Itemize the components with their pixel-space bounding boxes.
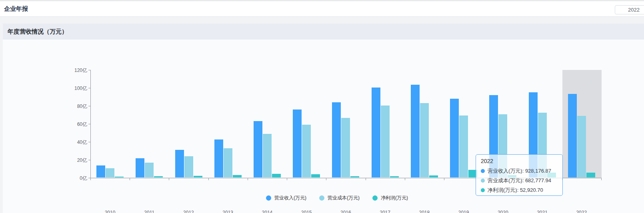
x-axis-label: 2017 xyxy=(366,210,405,213)
bar-净利润(万元)-2016[interactable] xyxy=(350,176,359,177)
bar-营业收入(万元)-2022[interactable] xyxy=(568,94,577,177)
bar-营业收入(万元)-2015[interactable] xyxy=(293,109,302,177)
x-axis-tick xyxy=(366,178,366,180)
bar-营业成本(万元)-2013[interactable] xyxy=(224,148,232,177)
x-axis-tick xyxy=(130,178,130,180)
bar-营业收入(万元)-2010[interactable] xyxy=(96,165,105,177)
bar-营业收入(万元)-2018[interactable] xyxy=(411,85,420,177)
bar-净利润(万元)-2013[interactable] xyxy=(233,175,242,177)
bar-group-2011 xyxy=(130,70,169,177)
bar-group-2018 xyxy=(405,70,444,177)
x-axis-tick xyxy=(90,178,91,180)
legend-item-净利润(万元)[interactable]: 净利润(万元) xyxy=(372,195,408,201)
x-axis-tick xyxy=(208,178,209,180)
year-picker-input[interactable] xyxy=(615,5,644,14)
bar-营业收入(万元)-2013[interactable] xyxy=(214,139,223,177)
tooltip-row-text: 营业成本(万元): 682,777.94 xyxy=(488,176,551,185)
x-axis-tick xyxy=(601,178,602,180)
tooltip-title: 2022 xyxy=(481,158,558,164)
bar-净利润(万元)-2022[interactable] xyxy=(586,173,595,177)
page-title: 企业年报 xyxy=(4,1,28,16)
x-axis-label: 2018 xyxy=(405,210,444,213)
x-axis-label: 2019 xyxy=(444,210,483,213)
x-axis-label: 2012 xyxy=(169,210,208,213)
tooltip-row-text: 营业收入(万元): 928,176.87 xyxy=(488,166,551,176)
chart-area: 0亿20亿40亿60亿80亿100亿120亿201020112012201320… xyxy=(3,40,644,213)
legend-label: 营业成本(万元) xyxy=(328,195,360,201)
y-axis-label: 20亿 xyxy=(63,157,87,164)
y-axis-label: 40亿 xyxy=(63,139,87,146)
x-axis-label: 2022 xyxy=(562,210,601,213)
x-axis-label: 2015 xyxy=(287,210,326,213)
bar-营业收入(万元)-2014[interactable] xyxy=(254,121,262,177)
x-axis-tick xyxy=(248,178,248,180)
legend-label: 净利润(万元) xyxy=(381,195,408,201)
bar-营业收入(万元)-2011[interactable] xyxy=(136,158,144,177)
tooltip-series-dot xyxy=(481,169,485,173)
bar-营业成本(万元)-2010[interactable] xyxy=(106,168,114,177)
revenue-panel: 年度营收情况（万元） 0亿20亿40亿60亿80亿100亿120亿2010201… xyxy=(3,24,644,213)
bar-营业成本(万元)-2012[interactable] xyxy=(184,156,193,177)
bar-营业成本(万元)-2019[interactable] xyxy=(459,115,468,177)
bar-营业成本(万元)-2018[interactable] xyxy=(420,103,429,177)
bar-营业成本(万元)-2022[interactable] xyxy=(577,116,586,177)
bar-净利润(万元)-2011[interactable] xyxy=(154,176,163,177)
bar-净利润(万元)-2012[interactable] xyxy=(194,176,202,177)
x-axis-label: 2014 xyxy=(248,210,287,213)
tooltip-row: 净利润(万元): 52,920.70 xyxy=(481,185,558,195)
app-header: 企业年报 xyxy=(0,1,644,17)
x-axis-tick xyxy=(287,178,287,180)
tooltip-row: 营业收入(万元): 928,176.87 xyxy=(481,166,558,176)
bar-group-2012 xyxy=(169,70,208,177)
bar-净利润(万元)-2015[interactable] xyxy=(311,174,320,177)
x-axis-tick xyxy=(444,178,444,180)
legend-dot xyxy=(266,195,271,201)
bar-净利润(万元)-2014[interactable] xyxy=(272,174,281,177)
bar-营业收入(万元)-2016[interactable] xyxy=(332,102,341,177)
y-axis-label: 60亿 xyxy=(63,121,87,128)
x-axis-tick xyxy=(326,178,326,180)
bar-group-2013 xyxy=(208,70,248,177)
bar-营业收入(万元)-2019[interactable] xyxy=(450,99,459,177)
x-axis-label: 2021 xyxy=(523,210,562,213)
tooltip-series-dot xyxy=(481,188,485,192)
bar-group-2010 xyxy=(90,70,130,177)
bar-营业收入(万元)-2012[interactable] xyxy=(175,150,184,177)
bar-营业收入(万元)-2017[interactable] xyxy=(372,88,380,177)
tooltip-row: 营业成本(万元): 682,777.94 xyxy=(481,176,558,185)
bar-营业成本(万元)-2016[interactable] xyxy=(341,118,350,177)
x-axis-tick xyxy=(169,178,169,180)
bar-净利润(万元)-2018[interactable] xyxy=(429,175,438,177)
bar-净利润(万元)-2017[interactable] xyxy=(390,176,399,177)
x-axis-label: 2011 xyxy=(130,210,169,213)
panel-header: 年度营收情况（万元） xyxy=(3,24,644,40)
bar-营业成本(万元)-2014[interactable] xyxy=(263,134,272,177)
x-axis-label: 2010 xyxy=(90,210,130,213)
bar-group-2015 xyxy=(287,70,326,177)
legend-dot xyxy=(372,195,378,201)
y-axis-label: 80亿 xyxy=(63,103,87,110)
legend-dot xyxy=(319,195,324,201)
legend-item-营业成本(万元)[interactable]: 营业成本(万元) xyxy=(319,195,360,201)
bar-group-2014 xyxy=(248,70,287,177)
legend-item-营业收入(万元)[interactable]: 营业收入(万元) xyxy=(266,195,306,201)
bar-group-2017 xyxy=(366,70,405,177)
x-axis-label: 2013 xyxy=(208,210,248,213)
bar-营业成本(万元)-2015[interactable] xyxy=(302,125,311,177)
y-axis-label: 100亿 xyxy=(63,85,87,92)
y-axis-label: 0亿 xyxy=(63,175,87,182)
chart-tooltip: 2022 营业收入(万元): 928,176.87营业成本(万元): 682,7… xyxy=(476,154,563,196)
bar-营业成本(万元)-2017[interactable] xyxy=(381,106,390,177)
tooltip-series-dot xyxy=(481,179,485,183)
bar-group-2016 xyxy=(326,70,365,177)
x-axis-label: 2020 xyxy=(483,210,522,213)
bar-营业成本(万元)-2011[interactable] xyxy=(145,163,154,177)
legend-label: 营业收入(万元) xyxy=(274,195,306,201)
tooltip-row-text: 净利润(万元): 52,920.70 xyxy=(488,185,543,195)
x-axis-tick xyxy=(405,178,405,180)
bar-净利润(万元)-2010[interactable] xyxy=(115,177,124,177)
panel-title: 年度营收情况（万元） xyxy=(3,24,644,40)
x-axis-label: 2016 xyxy=(326,210,365,213)
y-axis-label: 120亿 xyxy=(63,67,87,74)
bar-group-2022 xyxy=(562,70,601,177)
